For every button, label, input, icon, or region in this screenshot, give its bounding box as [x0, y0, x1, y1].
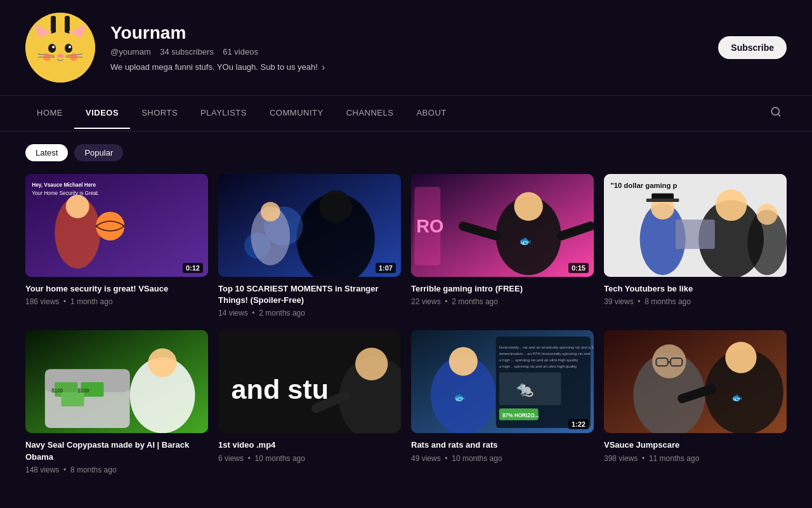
video-grid-row1: Hey, Vsauce Michael Here Your Home Secur… [25, 174, 787, 318]
svg-point-8 [48, 44, 56, 53]
video-meta-6: 6 views • 10 months ago [218, 454, 401, 463]
video-age-8: 11 months ago [649, 454, 699, 463]
tab-shorts[interactable]: SHORTS [130, 98, 189, 129]
filter-popular[interactable]: Popular [74, 144, 123, 161]
video-age-2: 2 months ago [259, 309, 305, 318]
tab-about[interactable]: ABOUT [405, 98, 457, 129]
video-duration-1: 0:12 [183, 263, 203, 273]
video-title-5: Navy Seal Copypasta made by AI | Barack … [25, 439, 208, 462]
description-expand-arrow[interactable]: › [322, 62, 325, 73]
svg-text:Your Home Security is Great.: Your Home Security is Great. [32, 190, 99, 196]
svg-point-11 [69, 46, 71, 48]
svg-point-9 [65, 44, 72, 53]
svg-point-31 [319, 190, 351, 222]
video-views-6: 6 views [218, 454, 244, 463]
svg-line-20 [778, 114, 780, 116]
video-card-4[interactable]: "10 dollar gaming p Tech [604, 174, 787, 318]
channel-nav: HOME VIDEOS SHORTS PLAYLISTS COMMUNITY C… [0, 96, 812, 131]
video-card-5[interactable]: $100 $100 Navy Seal Copypasta made by AI… [25, 330, 208, 474]
filter-latest[interactable]: Latest [25, 144, 68, 161]
video-title-7: Rats and rats and rats [411, 439, 594, 451]
channel-header: Yournam @yournam 34 subscribers 61 video… [0, 0, 812, 96]
svg-point-26 [66, 195, 89, 218]
video-title-6: 1st video .mp4 [218, 439, 401, 451]
video-duration-3: 0:15 [568, 263, 589, 273]
svg-point-10 [52, 46, 55, 48]
video-meta-5: 148 views • 8 months ago [25, 465, 208, 474]
svg-point-7 [40, 32, 81, 72]
video-title-1: Your home security is great! VSauce [25, 283, 208, 295]
svg-text:a high ... spinning rat and an: a high ... spinning rat and an ultra hig… [499, 358, 579, 362]
video-meta-4: 39 views • 8 months ago [604, 297, 787, 306]
video-thumbnail-2: 1:07 [218, 174, 401, 277]
video-age-3: 2 months ago [452, 297, 498, 306]
subscribe-button[interactable]: Subscribe [718, 36, 787, 59]
video-views-8: 398 views [604, 454, 638, 463]
tab-community[interactable]: COMMUNITY [258, 98, 335, 129]
video-thumbnail-5: $100 $100 [25, 330, 208, 433]
video-meta-7: 49 views • 10 months ago [411, 454, 594, 463]
svg-text:"10 dollar gaming p: "10 dollar gaming p [610, 182, 677, 189]
video-meta-8: 398 views • 11 months ago [604, 454, 787, 463]
video-meta-3: 22 views • 2 months ago [411, 297, 594, 306]
channel-description-text: We upload mega funni stufs. YOu laugh. S… [110, 62, 318, 72]
video-thumbnail-1: Hey, Vsauce Michael Here Your Home Secur… [25, 174, 208, 277]
video-age-6: 10 months ago [255, 454, 305, 463]
svg-text:🐟: 🐟 [454, 391, 467, 404]
svg-text:determination... an 87% horizo: determination... an 87% horizontally spi… [499, 351, 591, 356]
svg-text:Hey, Vsauce Michael Here: Hey, Vsauce Michael Here [32, 182, 96, 188]
channel-subscribers: 34 subscribers [160, 47, 214, 57]
svg-text:🐟: 🐟 [519, 234, 532, 248]
tab-channels[interactable]: CHANNELS [335, 98, 405, 129]
svg-rect-61 [62, 392, 84, 407]
svg-text:🐀: 🐀 [516, 380, 534, 398]
svg-text:87% HORIZO...: 87% HORIZO... [502, 413, 539, 418]
svg-text:$100: $100 [51, 389, 63, 394]
video-meta-2: 14 views • 2 months ago [218, 309, 401, 318]
filter-buttons: Latest Popular [25, 144, 787, 161]
video-thumbnail-3: RO 🐟 0:15 [411, 174, 594, 277]
video-title-2: Top 10 SCARIEST MOMENTS in Stranger Thin… [218, 283, 401, 306]
svg-point-40 [514, 192, 543, 221]
video-thumbnail-6: and stu [218, 330, 401, 433]
content-area: Latest Popular Hey, Vsauce Michael [0, 131, 812, 487]
video-age-4: 8 months ago [645, 297, 691, 306]
channel-meta: @yournam 34 subscribers 61 videos [110, 47, 718, 57]
svg-rect-2 [65, 16, 70, 34]
video-card-3[interactable]: RO 🐟 0:15 Terrible gaming intro (FREE) 2… [411, 174, 594, 318]
tab-videos[interactable]: VIDEOS [74, 98, 130, 129]
channel-info: Yournam @yournam 34 subscribers 61 video… [110, 23, 718, 73]
channel-video-count: 61 videos [223, 47, 258, 57]
video-views-4: 39 views [604, 297, 634, 306]
video-age-5: 8 months ago [70, 465, 117, 474]
svg-point-51 [716, 189, 747, 220]
svg-point-74 [449, 347, 478, 376]
video-title-4: Tech Youtubers be like [604, 283, 787, 295]
video-views-2: 14 views [218, 309, 248, 318]
tab-playlists[interactable]: PLAYLISTS [189, 98, 258, 129]
video-title-8: VSauce Jumpscare [604, 439, 787, 451]
channel-name: Yournam [110, 23, 718, 43]
svg-point-12 [57, 54, 63, 58]
svg-text:$100: $100 [77, 389, 89, 394]
video-duration-2: 1:07 [376, 263, 396, 273]
video-card-7[interactable]: 🐟 horizontally... rat and an erratically… [411, 330, 594, 474]
video-card-6[interactable]: and stu 1st video .mp4 6 views • 10 mont… [218, 330, 401, 474]
video-card-1[interactable]: Hey, Vsauce Michael Here Your Home Secur… [25, 174, 208, 318]
svg-point-17 [43, 53, 51, 61]
svg-point-35 [261, 202, 280, 222]
search-icon[interactable] [765, 96, 787, 131]
channel-handle: @yournam [110, 47, 151, 57]
video-views-1: 186 views [25, 297, 59, 306]
svg-point-93 [725, 342, 756, 373]
svg-point-65 [148, 349, 176, 377]
video-card-2[interactable]: 1:07 Top 10 SCARIEST MOMENTS in Stranger… [218, 174, 401, 318]
svg-point-88 [652, 345, 686, 378]
video-thumbnail-4: "10 dollar gaming p [604, 174, 787, 277]
video-views-3: 22 views [411, 297, 441, 306]
svg-text:and stu: and stu [232, 374, 329, 404]
video-grid-row2: $100 $100 Navy Seal Copypasta made by AI… [25, 330, 787, 474]
channel-description: We upload mega funni stufs. YOu laugh. S… [110, 62, 718, 73]
video-card-8[interactable]: 🐟 VSauce Jumpscare 398 views • 11 months… [604, 330, 787, 474]
tab-home[interactable]: HOME [25, 98, 74, 129]
